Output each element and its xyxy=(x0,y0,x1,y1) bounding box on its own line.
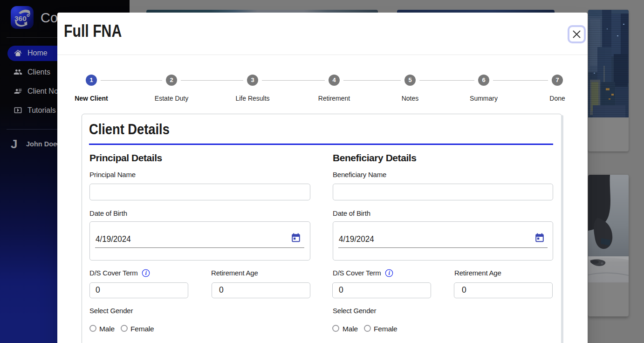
svg-text:i: i xyxy=(145,270,147,276)
svg-text:360: 360 xyxy=(14,14,27,22)
svg-text:i: i xyxy=(389,270,391,276)
